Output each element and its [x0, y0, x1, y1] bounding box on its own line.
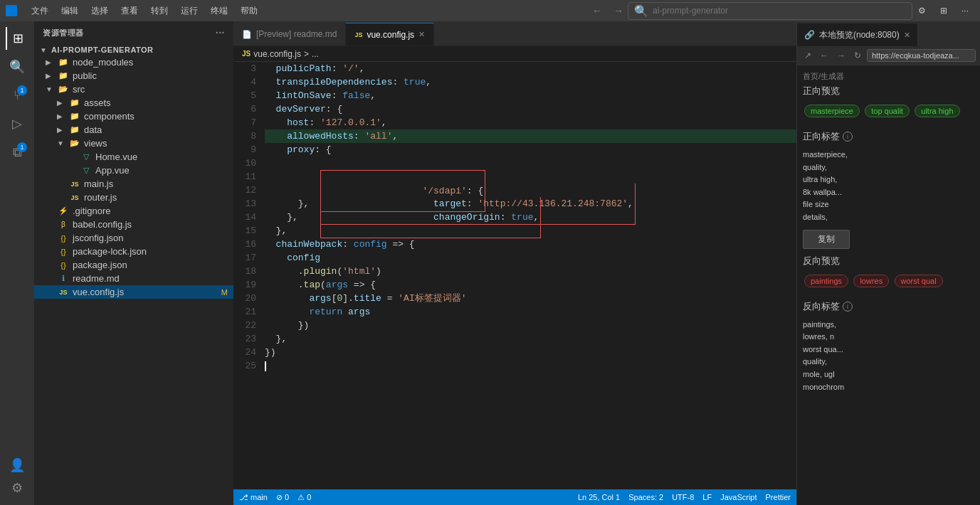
preview-open-external-button[interactable]: ↗: [801, 49, 814, 62]
git-branch[interactable]: ⎇ main: [239, 493, 268, 502]
positive-label-text: masterpiece,quality,ultra high,8k wallpa…: [803, 149, 974, 224]
sidebar-item-views[interactable]: ▼ 📂 views: [34, 137, 233, 150]
activity-settings[interactable]: ⚙: [6, 477, 28, 499]
sidebar-item-package-json[interactable]: {} package.json: [34, 258, 233, 272]
eol-indicator[interactable]: LF: [702, 493, 712, 501]
sidebar-item-router-js[interactable]: JS router.js: [34, 191, 233, 204]
menu-terminal[interactable]: 终端: [205, 4, 233, 18]
tab-readme-label: [Preview] readme.md: [256, 29, 337, 39]
tree-root[interactable]: ▼ AI-PROMPT-GENERATOR: [34, 44, 233, 55]
menu-help[interactable]: 帮助: [235, 4, 263, 18]
sidebar-item-jsconfig[interactable]: {} jsconfig.json: [34, 231, 233, 245]
sidebar-item-readme[interactable]: ℹ readme.md: [34, 272, 233, 285]
zhengxiang-preview-section: 首页/生成器 正向预览 masterpiece top qualit ultra…: [803, 71, 974, 119]
sidebar-item-public[interactable]: ▶ 📁 public: [34, 69, 233, 83]
menu-view[interactable]: 查看: [115, 4, 144, 18]
external-link-icon: 🔗: [804, 30, 815, 40]
copy-button[interactable]: 复制: [803, 230, 850, 249]
preview-tab[interactable]: 🔗 本地预览(node:8080) ✕: [797, 23, 918, 46]
activity-search[interactable]: 🔍: [6, 55, 28, 78]
titlebar: 文件 编辑 选择 查看 转到 运行 终端 帮助 ← → 🔍 ⚙ ⊞ ···: [0, 0, 980, 21]
sidebar-item-package-lock[interactable]: {} package-lock.json: [34, 245, 233, 258]
status-bar: ⎇ main ⊘ 0 ⚠ 0 Ln 25, Col 1 Spaces: 2 UT…: [233, 489, 796, 505]
code-line-3: publicPath: '/',: [265, 62, 796, 75]
preview-refresh-button[interactable]: ↻: [851, 49, 864, 62]
sidebar-more-icon[interactable]: ···: [216, 27, 225, 38]
settings-icon: ⚙: [11, 480, 23, 496]
zhengxiang-label-section: 正向标签 i masterpiece,quality,ultra high,8k…: [803, 130, 974, 255]
file-tree: ▼ AI-PROMPT-GENERATOR ▶ 📁 node_modules ▶…: [34, 44, 233, 505]
search-icon: 🔍: [634, 4, 648, 18]
positive-tag-ultrahigh[interactable]: ultra high: [915, 105, 959, 117]
tab-close-button[interactable]: ✕: [418, 30, 425, 39]
sidebar-item-components[interactable]: ▶ 📁 components: [34, 110, 233, 123]
preview-forward-button[interactable]: →: [834, 49, 848, 62]
home-vue-label: Home.vue: [95, 152, 137, 162]
public-label: public: [73, 70, 97, 81]
components-label: components: [84, 111, 135, 122]
positive-tag-masterpiece[interactable]: masterpiece: [804, 105, 860, 117]
negative-tag-worstqual[interactable]: worst qual: [895, 275, 943, 287]
menu-run[interactable]: 运行: [175, 4, 204, 18]
json-icon: {}: [57, 247, 70, 257]
sidebar-item-main-js[interactable]: JS main.js: [34, 177, 233, 191]
tab-vueconfig[interactable]: JS vue.config.js ✕: [346, 23, 434, 46]
code-line-6: devServer: {: [265, 102, 796, 116]
errors-indicator[interactable]: ⊘ 0: [276, 493, 289, 502]
sidebar-item-app-vue[interactable]: ▽ App.vue: [34, 164, 233, 177]
fanxiang-preview-header: 反向预览: [803, 255, 974, 267]
language-indicator[interactable]: JavaScript: [720, 493, 757, 501]
layout-button[interactable]: ⊞: [934, 3, 953, 18]
settings-button[interactable]: ⚙: [912, 3, 932, 18]
spaces-indicator[interactable]: Spaces: 2: [628, 493, 663, 501]
encoding-indicator[interactable]: UTF-8: [672, 493, 694, 501]
negative-tag-lowres[interactable]: lowres: [853, 275, 889, 287]
sidebar-item-node-modules[interactable]: ▶ 📁 node_modules: [34, 55, 233, 69]
sidebar-item-home-vue[interactable]: ▽ Home.vue: [34, 150, 233, 164]
status-bar-right: Ln 25, Col 1 Spaces: 2 UTF-8 LF JavaScri…: [578, 493, 791, 501]
sidebar-item-babel[interactable]: β babel.config.js: [34, 218, 233, 231]
fanxiang-info-icon[interactable]: i: [843, 302, 853, 312]
sidebar-item-src[interactable]: ▼ 📂 src: [34, 83, 233, 96]
preview-close-button[interactable]: ✕: [904, 31, 910, 40]
main-layout: ⊞ 🔍 ⑂ 1 ▷ ⧉ 1 👤 ⚙ 资源管理器 ···: [0, 21, 980, 505]
code-content: publicPath: '/', transpileDependencies: …: [262, 62, 796, 489]
nav-back-button[interactable]: ←: [588, 4, 606, 18]
positive-tag-topquality[interactable]: top qualit: [865, 105, 910, 117]
sidebar-item-assets[interactable]: ▶ 📁 assets: [34, 96, 233, 110]
activity-extensions[interactable]: ⧉ 1: [6, 141, 28, 164]
search-input[interactable]: [653, 6, 906, 16]
activity-accounts[interactable]: 👤: [6, 454, 28, 477]
nav-forward-button[interactable]: →: [609, 4, 628, 18]
cursor-position[interactable]: Ln 25, Col 1: [578, 493, 620, 501]
menu-select[interactable]: 选择: [85, 4, 114, 18]
formatter-indicator[interactable]: Prettier: [766, 493, 791, 501]
code-line-7: host: '127.0.0.1',: [265, 116, 796, 129]
sidebar-item-gitignore[interactable]: ⚡ .gitignore: [34, 204, 233, 218]
preview-back-button[interactable]: ←: [817, 49, 831, 62]
preview-url-input[interactable]: [867, 49, 976, 62]
fanxiang-label: 反向标签: [803, 300, 840, 313]
more-button[interactable]: ···: [956, 3, 974, 18]
warnings-indicator[interactable]: ⚠ 0: [297, 493, 311, 502]
activity-run[interactable]: ▷: [6, 112, 28, 135]
zhengxiang-info-icon[interactable]: i: [843, 132, 853, 142]
activity-source-control[interactable]: ⑂ 1: [6, 84, 28, 107]
preview-body: 首页/生成器 正向预览 masterpiece top qualit ultra…: [797, 65, 980, 399]
negative-tag-paintings[interactable]: paintings: [804, 275, 848, 287]
sidebar-item-data[interactable]: ▶ 📁 data: [34, 123, 233, 137]
menu-file[interactable]: 文件: [26, 4, 54, 18]
activity-explorer[interactable]: ⊞: [6, 27, 28, 50]
folder-icon: 📁: [57, 71, 70, 81]
code-line-22: }): [265, 319, 796, 332]
zhengxiang-preview-header: 正向预览: [803, 85, 974, 97]
code-editor[interactable]: 34567 89101112 1314151617 1819202122 232…: [233, 62, 796, 489]
code-line-5: lintOnSave: false,: [265, 89, 796, 102]
folder-icon: 📁: [68, 125, 81, 135]
sidebar-item-vue-config[interactable]: JS vue.config.js M: [34, 285, 233, 299]
menu-goto[interactable]: 转到: [145, 4, 174, 18]
menu-edit[interactable]: 编辑: [56, 4, 84, 18]
tab-readme[interactable]: 📄 [Preview] readme.md: [233, 23, 346, 46]
folder-icon: 📁: [68, 98, 81, 108]
code-line-16: chainWebpack: config => {: [265, 238, 796, 251]
